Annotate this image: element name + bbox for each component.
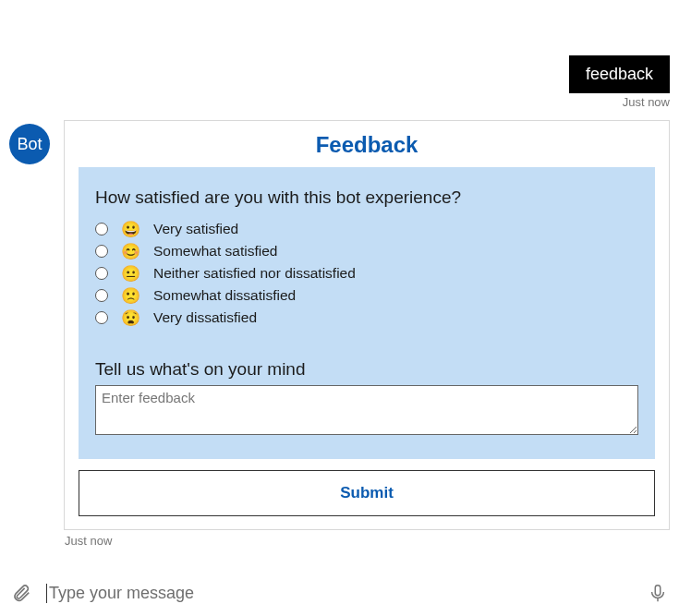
- option-very-dissatisfied[interactable]: 😧Very dissatisfied: [95, 309, 638, 326]
- emoji-icon: 😀: [121, 222, 140, 237]
- microphone-icon[interactable]: [646, 581, 670, 605]
- feedback-card: Feedback How satisfied are you with this…: [64, 120, 670, 530]
- option-label: Very dissatisfied: [153, 309, 257, 326]
- option-label: Very satisfied: [153, 221, 238, 237]
- option-somewhat-dissatisfied[interactable]: 🙁Somewhat dissatisfied: [95, 287, 638, 304]
- emoji-icon: 🙁: [121, 288, 140, 304]
- bot-message-timestamp: Just now: [65, 534, 670, 548]
- option-label: Somewhat satisfied: [153, 243, 277, 260]
- option-label: Neither satisfied nor dissatisfied: [153, 265, 356, 282]
- submit-button[interactable]: Submit: [79, 470, 655, 516]
- radio-icon[interactable]: [95, 289, 108, 302]
- user-message-row: feedback: [9, 55, 670, 93]
- radio-icon[interactable]: [95, 245, 108, 258]
- feedback-textarea[interactable]: [95, 385, 638, 435]
- user-message-timestamp: Just now: [9, 95, 670, 109]
- radio-icon[interactable]: [95, 311, 108, 324]
- input-bar: [0, 574, 679, 616]
- emoji-icon: 😐: [121, 266, 140, 282]
- feedback-card-title: Feedback: [79, 132, 655, 158]
- message-input[interactable]: [46, 584, 633, 603]
- emoji-icon: 😊: [121, 244, 140, 260]
- option-somewhat-satisfied[interactable]: 😊Somewhat satisfied: [95, 243, 638, 260]
- freeform-label: Tell us what's on your mind: [95, 359, 638, 380]
- satisfaction-options: 😀Very satisfied😊Somewhat satisfied😐Neith…: [95, 221, 638, 326]
- radio-icon[interactable]: [95, 223, 108, 236]
- option-neutral[interactable]: 😐Neither satisfied nor dissatisfied: [95, 265, 638, 282]
- chat-area: feedback Just now Bot Feedback How satis…: [0, 0, 679, 574]
- user-message-bubble: feedback: [569, 55, 670, 93]
- option-label: Somewhat dissatisfied: [153, 287, 296, 304]
- emoji-icon: 😧: [121, 310, 140, 326]
- bot-message-row: Bot Feedback How satisfied are you with …: [9, 120, 670, 530]
- attachment-icon[interactable]: [9, 581, 33, 605]
- satisfaction-question: How satisfied are you with this bot expe…: [95, 187, 638, 208]
- option-very-satisfied[interactable]: 😀Very satisfied: [95, 221, 638, 237]
- feedback-survey-body: How satisfied are you with this bot expe…: [79, 167, 655, 459]
- svg-rect-0: [655, 586, 661, 596]
- bot-avatar: Bot: [9, 124, 50, 164]
- radio-icon[interactable]: [95, 267, 108, 280]
